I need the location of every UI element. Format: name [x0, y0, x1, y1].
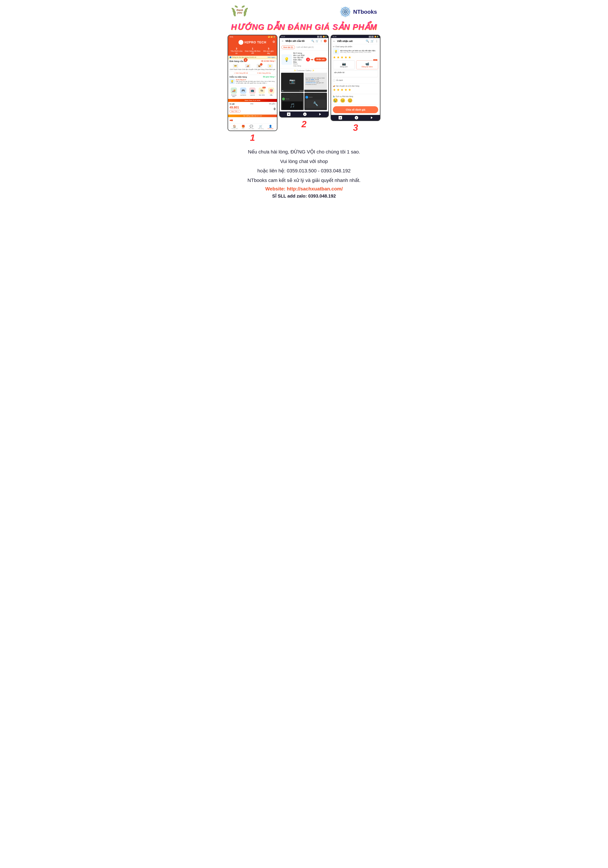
- emoji-sad[interactable]: 😢: [333, 98, 338, 103]
- star-4[interactable]: ★: [344, 55, 347, 59]
- review-icon: ⭐: [267, 64, 273, 68]
- phone3-back-btn[interactable]: ●: [355, 116, 358, 119]
- emoji-happy[interactable]: 😊: [347, 98, 353, 103]
- new-badge: New: [263, 87, 266, 88]
- phone2-nav-triangle[interactable]: [319, 113, 321, 115]
- star-2[interactable]: ★: [337, 55, 340, 59]
- gallery-item-3: sản phẩm đúng như mô tả . chất lượng âm …: [281, 93, 304, 110]
- gap-label: Gắp: [268, 94, 274, 96]
- message-icon: 💬: [249, 125, 254, 128]
- star-1[interactable]: ★: [333, 55, 336, 59]
- promo-lazlive[interactable]: 📺 LazLive: [249, 87, 255, 98]
- tab-lich-su[interactable]: Lịch sử đánh giá (1): [297, 45, 314, 49]
- phone3-home-btn[interactable]: ■: [339, 116, 342, 119]
- promo-freeship[interactable]: 🚚 FreeshipMAX: [231, 87, 237, 98]
- bottom-sll: Sỉ SLL add zalo: 0393.048.192: [233, 194, 375, 199]
- promo-san300k[interactable]: 🛍 New Săn 300k: [259, 87, 265, 98]
- cancelled-link[interactable]: ✕ Đơn hàng đã hủy: [257, 72, 271, 74]
- quality-section: 🏷 Chất lượng sản phẩm 💡 Bộ 5 bóng đèn Le…: [331, 44, 380, 84]
- phone2-header: ← Nhận xét của tôi 🔍 🛒 ⋮ ●: [280, 38, 328, 44]
- nav-home[interactable]: 🏠 Trang chủ: [232, 125, 238, 130]
- username-1: Tài Đ.: [286, 98, 290, 100]
- wallet-code-val: 0: [274, 107, 275, 111]
- review-text-content: sản phẩm tốt: [334, 71, 344, 73]
- upload-video-btn[interactable]: HOT 📹 Đăng tải video: [356, 60, 378, 69]
- order-checkout: 💳 Chờ Thanh Toán: [230, 64, 241, 70]
- track-thumbnail: 💡: [230, 79, 235, 84]
- quality-stars[interactable]: ★ ★ ★ ★ ★: [333, 55, 378, 59]
- covid-text: 🔵 Thông tin cho bạn trong COVID-19: [230, 56, 256, 58]
- san300k-label: Săn 300k: [259, 94, 265, 96]
- phone2-back-btn[interactable]: ●: [303, 113, 306, 116]
- search-icon-3[interactable]: 🔍: [365, 39, 369, 43]
- nav-account[interactable]: 👤 Tài khoản: [267, 125, 274, 130]
- tab-xem-lai[interactable]: Xem lại (1): [281, 45, 295, 49]
- delivery-icon: 📦 1: [257, 64, 262, 68]
- arrow-right-icon: ➡: [311, 57, 314, 62]
- review-text-area[interactable]: sản phẩm tốt: [333, 70, 378, 77]
- anonymous-radio[interactable]: [333, 79, 335, 81]
- nhan-xet-button[interactable]: Nhận xét: [314, 57, 327, 62]
- nav-dao[interactable]: 🎁 Đạo: [241, 125, 245, 130]
- back-icon[interactable]: ←: [281, 39, 284, 43]
- returns-link[interactable]: ↩ Đơn hàng đổi trả: [234, 72, 248, 74]
- star-5[interactable]: ★: [348, 55, 351, 59]
- upload-photo-btn[interactable]: 📷 Đăng ảnh: [333, 60, 355, 69]
- nav-dao-label: Đạo: [241, 128, 245, 130]
- phone2-time: 16:23: [281, 36, 285, 37]
- nap-tien-button[interactable]: Nạp Tiền >: [230, 110, 241, 113]
- user-avatar-2: [305, 96, 308, 99]
- delivery-label: Chờ giao hàng: [254, 68, 264, 70]
- stat-viewed-label: Đã xem gần đây: [262, 50, 275, 54]
- nav-home-label: Trang chủ: [232, 128, 238, 130]
- step2-number: 2: [302, 119, 306, 129]
- service-section: 🏪 Dịch vụ Nhà bán hàng 😢 😐 😊: [331, 94, 380, 104]
- ship-star-1[interactable]: ★: [333, 88, 336, 92]
- step3-number: 3: [353, 122, 358, 133]
- phone1-orders-title: Đơn hàng của tôi tất cả đơn hàng >: [228, 59, 277, 63]
- phone2-home-btn[interactable]: ■: [287, 113, 291, 116]
- ship-star-4[interactable]: ★: [344, 88, 347, 92]
- ship-star-2[interactable]: ★: [337, 88, 340, 92]
- share-review-button[interactable]: Chia sẻ đánh giá: [333, 106, 378, 113]
- wallet-header: Ví eM VND Mã giảm: [230, 103, 275, 105]
- bottom-website[interactable]: Website: http://sachxuatban.com/: [233, 186, 375, 192]
- phone3-product-desc: Màu sáng: Warm trắng (3000-3200K), Pure …: [340, 51, 376, 53]
- bottom-line1: Nếu chưa hài lòng, ĐỪNG VỘI cho chúng tô…: [233, 148, 375, 156]
- ship-star-3[interactable]: ★: [341, 88, 344, 92]
- emoji-neutral[interactable]: 😐: [340, 98, 345, 103]
- nav-messages[interactable]: 💬 Tin nhắn: [249, 125, 254, 130]
- star-3[interactable]: ★: [341, 55, 344, 59]
- menu-icon[interactable]: ⋮: [320, 40, 322, 42]
- phone1-logo-circle: [238, 40, 243, 45]
- gametime-banner: Game Time! PLAY NOW: [228, 99, 277, 102]
- phone3-status-bar: 16:26 ▌▌ ▌▌ 📶 🔋: [331, 35, 380, 38]
- annotation-2: 2: [244, 58, 247, 62]
- phone1-app-header: H2PRO TECH ⚙: [228, 39, 277, 46]
- phone3-nav-triangle[interactable]: [371, 116, 373, 119]
- phone1-app-name: H2PRO TECH: [244, 40, 266, 44]
- quality-label: 🏷 Chất lượng sản phẩm: [333, 46, 378, 48]
- shipping-stars[interactable]: ★ ★ ★ ★ ★: [333, 88, 378, 92]
- wallet-row: 49.801 Nạp Tiền > 0: [230, 105, 275, 113]
- back-icon-3[interactable]: ←: [333, 40, 336, 43]
- phone1-status-bar: 9:41 📶 📶 🔋: [228, 35, 277, 39]
- shipping-label: 🚚 Vận chuyển và xử lý đơn hàng: [333, 85, 378, 87]
- orders-link[interactable]: tất cả đơn hàng >: [261, 60, 275, 62]
- menu-icon-3[interactable]: ⋮: [375, 39, 378, 43]
- cart-icon-3[interactable]: 🛒: [370, 39, 374, 43]
- phone1-track-section: Kiểm tra kiện hàng Đã giao hàng > 💡 10:4…: [228, 75, 277, 86]
- bottom-text-section: Nếu chưa hài lòng, ĐỪNG VỘI cho chúng tô…: [226, 143, 382, 202]
- phone1-promo-row: 🚚 FreeshipMAX 🎮 LazGame 📺 LazLive 🛍 New: [228, 86, 277, 99]
- ship-star-5[interactable]: ★: [348, 88, 351, 92]
- promo-lazgame[interactable]: 🎮 LazGame: [240, 87, 246, 98]
- covid-link[interactable]: Xem ngay>: [267, 56, 275, 58]
- lazgame-label: LazGame: [240, 94, 246, 96]
- ntbooks-icon: [339, 6, 351, 18]
- cart-icon[interactable]: 🛒: [316, 40, 319, 42]
- nav-cart[interactable]: 🛒 Giỏ hàng: [258, 125, 264, 130]
- page-header: thank you NTbooks: [226, 0, 382, 20]
- search-icon[interactable]: 🔍: [311, 40, 314, 42]
- gallery-item-4: Uy tín làm cực nhanh Hà Đ. 🔧: [304, 93, 327, 110]
- promo-gap[interactable]: 🎯 Gắp: [268, 87, 274, 98]
